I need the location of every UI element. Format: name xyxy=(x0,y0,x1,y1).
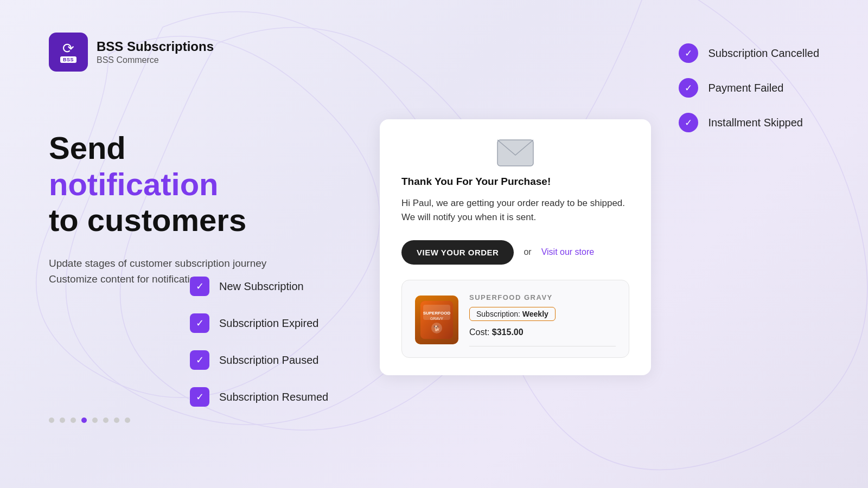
header: ⟳ BSS BSS Subscriptions BSS Commerce xyxy=(49,33,214,72)
app-name: BSS Subscriptions xyxy=(97,39,214,54)
product-image-inner: SUPERFOOD GRAVY 🐕 xyxy=(415,296,458,344)
list-item: ✓ Installment Skipped xyxy=(679,113,819,132)
headline-line3: to customers xyxy=(49,202,246,237)
list-item: ✓ Subscription Paused xyxy=(190,350,328,370)
pagination-dots xyxy=(49,418,130,423)
check-right-label: Subscription Cancelled xyxy=(708,47,819,60)
envelope-icon xyxy=(496,139,534,167)
circle-payment-failed: ✓ xyxy=(679,78,698,98)
logo-tag: BSS xyxy=(60,56,76,63)
left-section: Send notification to customers Update st… xyxy=(49,130,353,287)
checkbox-new-subscription: ✓ xyxy=(190,277,209,296)
check-label: New Subscription xyxy=(219,280,304,293)
checklist-left: ✓ New Subscription ✓ Subscription Expire… xyxy=(190,277,328,407)
check-right-label: Payment Failed xyxy=(708,82,783,94)
product-cost: Cost: $315.00 xyxy=(469,328,616,337)
product-info: SUPERFOOD GRAVY Subscription: Weekly Cos… xyxy=(469,293,616,346)
circle-installment-skipped: ✓ xyxy=(679,113,698,132)
email-actions: VIEW YOUR ORDER or Visit our store xyxy=(401,240,629,265)
check-label: Subscription Paused xyxy=(219,354,318,367)
check-label: Subscription Resumed xyxy=(219,391,328,403)
list-item: ✓ Subscription Cancelled xyxy=(679,43,819,63)
email-body-text: Hi Paul, we are getting your order ready… xyxy=(401,196,629,225)
svg-rect-0 xyxy=(497,140,533,166)
checkbox-subscription-resumed: ✓ xyxy=(190,387,209,407)
email-icon-container xyxy=(401,139,629,167)
product-divider xyxy=(469,346,616,346)
header-text: BSS Subscriptions BSS Commerce xyxy=(97,39,214,65)
cost-label: Cost: xyxy=(469,328,489,337)
check-right-label: Installment Skipped xyxy=(708,117,803,129)
product-name: SUPERFOOD GRAVY xyxy=(469,293,616,301)
email-card: Thank You For Your Purchase! Hi Paul, we… xyxy=(380,119,651,375)
headline-line2: notification xyxy=(49,166,219,202)
product-card: SUPERFOOD GRAVY 🐕 SUPERFOOD GRAVY Subscr… xyxy=(401,280,629,358)
logo-icon: ⟳ xyxy=(62,41,74,55)
dot-4-active[interactable] xyxy=(81,418,87,423)
check-label: Subscription Expired xyxy=(219,317,318,330)
subtitle-line2: Customize content for notification xyxy=(49,273,201,285)
svg-text:SUPERFOOD: SUPERFOOD xyxy=(423,311,451,316)
svg-text:GRAVY: GRAVY xyxy=(430,317,443,320)
list-item: ✓ New Subscription xyxy=(190,277,328,296)
headline: Send notification to customers xyxy=(49,130,353,239)
subscription-badge: Subscription: Weekly xyxy=(469,307,556,321)
view-order-button[interactable]: VIEW YOUR ORDER xyxy=(401,240,514,265)
subtitle-line1: Update stages of customer subscription j… xyxy=(49,258,266,269)
subscription-value: Weekly xyxy=(522,310,548,318)
dot-2[interactable] xyxy=(60,418,65,423)
visit-store-link[interactable]: Visit our store xyxy=(541,247,595,257)
logo: ⟳ BSS xyxy=(49,33,88,72)
cost-value: $315.00 xyxy=(492,328,524,337)
dot-7[interactable] xyxy=(114,418,119,423)
dot-6[interactable] xyxy=(103,418,108,423)
company-name: BSS Commerce xyxy=(97,55,214,65)
dot-5[interactable] xyxy=(92,418,98,423)
dot-1[interactable] xyxy=(49,418,54,423)
list-item: ✓ Subscription Expired xyxy=(190,313,328,333)
svg-text:🐕: 🐕 xyxy=(433,325,441,332)
circle-subscription-cancelled: ✓ xyxy=(679,43,698,63)
dot-3[interactable] xyxy=(71,418,76,423)
list-item: ✓ Subscription Resumed xyxy=(190,387,328,407)
subscription-label: Subscription: xyxy=(476,310,520,318)
email-thank-you: Thank You For Your Purchase! xyxy=(401,176,629,188)
checklist-right: ✓ Subscription Cancelled ✓ Payment Faile… xyxy=(679,43,819,132)
headline-line1: Send xyxy=(49,130,126,165)
dot-8[interactable] xyxy=(125,418,130,423)
product-image: SUPERFOOD GRAVY 🐕 xyxy=(415,296,458,344)
checkbox-subscription-expired: ✓ xyxy=(190,313,209,333)
or-text: or xyxy=(524,247,531,257)
list-item: ✓ Payment Failed xyxy=(679,78,819,98)
checkbox-subscription-paused: ✓ xyxy=(190,350,209,370)
